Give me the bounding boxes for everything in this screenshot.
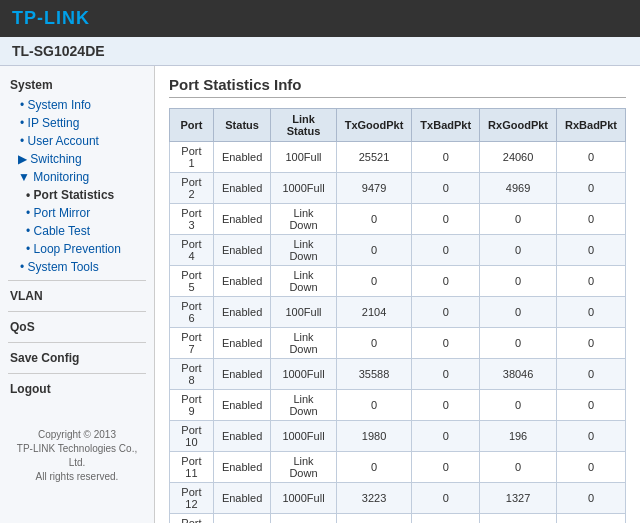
table-cell-r12-c5: 1810 (480, 514, 557, 524)
sidebar-item-port-statistics[interactable]: • Port Statistics (0, 186, 154, 204)
table-cell-r4-c6: 0 (557, 266, 626, 297)
table-cell-r0-c3: 25521 (336, 142, 412, 173)
table-cell-r5-c3: 2104 (336, 297, 412, 328)
table-cell-r11-c5: 1327 (480, 483, 557, 514)
table-cell-r6-c0: Port 7 (170, 328, 214, 359)
table-cell-r12-c2: 1000Full (271, 514, 336, 524)
sidebar-item-loop-prevention[interactable]: • Loop Prevention (0, 240, 154, 258)
sidebar-item-ip-setting[interactable]: • IP Setting (0, 114, 154, 132)
table-cell-r8-c1: Enabled (213, 390, 270, 421)
table-cell-r11-c1: Enabled (213, 483, 270, 514)
table-cell-r10-c3: 0 (336, 452, 412, 483)
table-cell-r3-c2: Link Down (271, 235, 336, 266)
sidebar-section-system: System (0, 74, 154, 96)
table-cell-r10-c0: Port 11 (170, 452, 214, 483)
subheader: TL-SG1024DE (0, 37, 640, 66)
table-cell-r7-c2: 1000Full (271, 359, 336, 390)
table-cell-r1-c3: 9479 (336, 173, 412, 204)
table-cell-r5-c5: 0 (480, 297, 557, 328)
table-cell-r8-c3: 0 (336, 390, 412, 421)
table-row: Port 2Enabled1000Full9479049690 (170, 173, 626, 204)
sidebar-item-system-info[interactable]: • System Info (0, 96, 154, 114)
table-cell-r10-c6: 0 (557, 452, 626, 483)
col-header-status: Status (213, 109, 270, 142)
table-cell-r2-c4: 0 (412, 204, 480, 235)
table-cell-r11-c4: 0 (412, 483, 480, 514)
table-cell-r12-c3: 3224 (336, 514, 412, 524)
table-cell-r7-c5: 38046 (480, 359, 557, 390)
table-cell-r1-c4: 0 (412, 173, 480, 204)
table-cell-r5-c2: 100Full (271, 297, 336, 328)
port-statistics-table: Port Status Link Status TxGoodPkt TxBadP… (169, 108, 626, 523)
table-cell-r6-c2: Link Down (271, 328, 336, 359)
sidebar-section-save-config[interactable]: Save Config (0, 347, 154, 369)
table-cell-r10-c5: 0 (480, 452, 557, 483)
logo-link: LINK (44, 8, 90, 28)
table-cell-r6-c4: 0 (412, 328, 480, 359)
col-header-port: Port (170, 109, 214, 142)
table-cell-r6-c5: 0 (480, 328, 557, 359)
table-cell-r3-c5: 0 (480, 235, 557, 266)
table-row: Port 1Enabled100Full255210240600 (170, 142, 626, 173)
logo-tp: TP- (12, 8, 44, 28)
table-cell-r6-c6: 0 (557, 328, 626, 359)
sidebar-divider-1 (8, 280, 146, 281)
table-cell-r9-c1: Enabled (213, 421, 270, 452)
table-cell-r4-c2: Link Down (271, 266, 336, 297)
sidebar-item-logout[interactable]: Logout (0, 378, 154, 400)
col-header-txbadpkt: TxBadPkt (412, 109, 480, 142)
table-cell-r9-c2: 1000Full (271, 421, 336, 452)
table-cell-r7-c4: 0 (412, 359, 480, 390)
sidebar-item-switching[interactable]: ▶ Switching (0, 150, 154, 168)
sidebar-divider-3 (8, 342, 146, 343)
table-cell-r7-c0: Port 8 (170, 359, 214, 390)
table-cell-r3-c3: 0 (336, 235, 412, 266)
table-cell-r8-c4: 0 (412, 390, 480, 421)
table-cell-r1-c5: 4969 (480, 173, 557, 204)
table-cell-r7-c6: 0 (557, 359, 626, 390)
table-cell-r2-c2: Link Down (271, 204, 336, 235)
sidebar-section-qos[interactable]: QoS (0, 316, 154, 338)
table-cell-r4-c5: 0 (480, 266, 557, 297)
table-cell-r11-c0: Port 12 (170, 483, 214, 514)
table-cell-r0-c6: 0 (557, 142, 626, 173)
table-cell-r2-c1: Enabled (213, 204, 270, 235)
sidebar-section-vlan[interactable]: VLAN (0, 285, 154, 307)
sidebar-divider-2 (8, 311, 146, 312)
table-cell-r1-c1: Enabled (213, 173, 270, 204)
table-row: Port 13Enabled1000Full3224018100 (170, 514, 626, 524)
table-cell-r6-c3: 0 (336, 328, 412, 359)
table-cell-r4-c4: 0 (412, 266, 480, 297)
table-cell-r12-c4: 0 (412, 514, 480, 524)
sidebar-item-cable-test[interactable]: • Cable Test (0, 222, 154, 240)
table-cell-r10-c1: Enabled (213, 452, 270, 483)
table-cell-r10-c2: Link Down (271, 452, 336, 483)
col-header-rxgoodpkt: RxGoodPkt (480, 109, 557, 142)
sidebar-item-monitoring[interactable]: ▼ Monitoring (0, 168, 154, 186)
table-row: Port 4EnabledLink Down0000 (170, 235, 626, 266)
table-row: Port 8Enabled1000Full355880380460 (170, 359, 626, 390)
table-row: Port 5EnabledLink Down0000 (170, 266, 626, 297)
table-cell-r8-c0: Port 9 (170, 390, 214, 421)
table-cell-r5-c6: 0 (557, 297, 626, 328)
table-cell-r8-c5: 0 (480, 390, 557, 421)
col-header-txgoodpkt: TxGoodPkt (336, 109, 412, 142)
table-row: Port 11EnabledLink Down0000 (170, 452, 626, 483)
table-cell-r1-c2: 1000Full (271, 173, 336, 204)
logo: TP-LINK (12, 8, 628, 29)
table-row: Port 7EnabledLink Down0000 (170, 328, 626, 359)
table-cell-r2-c0: Port 3 (170, 204, 214, 235)
table-cell-r11-c6: 0 (557, 483, 626, 514)
sidebar-copyright: Copyright © 2013TP-LINK Technologies Co.… (0, 420, 154, 492)
sidebar-item-system-tools[interactable]: • System Tools (0, 258, 154, 276)
sidebar-item-user-account[interactable]: • User Account (0, 132, 154, 150)
header: TP-LINK (0, 0, 640, 37)
table-cell-r2-c6: 0 (557, 204, 626, 235)
model-label: TL-SG1024DE (12, 43, 105, 59)
col-header-link-status: Link Status (271, 109, 336, 142)
table-row: Port 10Enabled1000Full198001960 (170, 421, 626, 452)
sidebar-item-port-mirror[interactable]: • Port Mirror (0, 204, 154, 222)
table-cell-r9-c3: 1980 (336, 421, 412, 452)
table-cell-r4-c0: Port 5 (170, 266, 214, 297)
table-cell-r9-c4: 0 (412, 421, 480, 452)
